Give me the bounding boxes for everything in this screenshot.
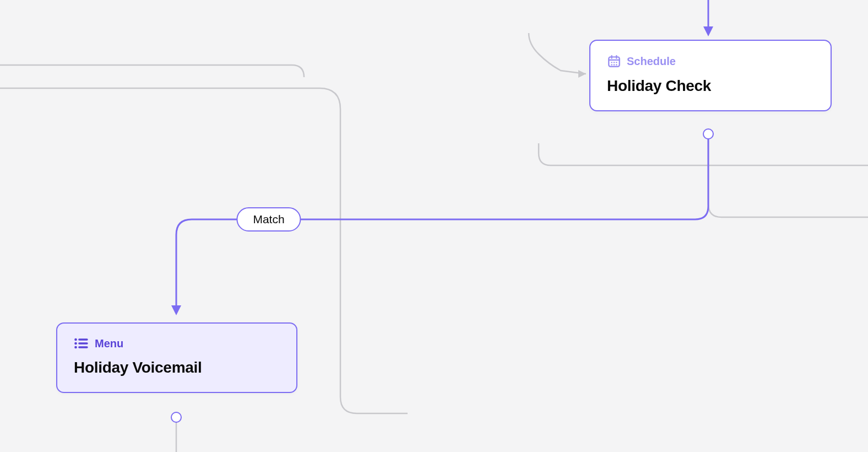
- node-menu-header: Menu: [74, 337, 280, 350]
- svg-point-5: [614, 62, 615, 63]
- arrowhead-gray-into-schedule: [578, 70, 586, 78]
- svg-rect-11: [78, 338, 88, 341]
- menu-list-icon: [74, 337, 89, 350]
- svg-point-7: [611, 64, 612, 65]
- port-menu-out[interactable]: [171, 412, 182, 423]
- svg-point-9: [616, 64, 617, 65]
- node-schedule-title: Holiday Check: [607, 77, 814, 95]
- svg-point-4: [611, 62, 612, 63]
- node-schedule-header: Schedule: [607, 54, 814, 68]
- calendar-icon: [607, 54, 621, 68]
- edge-gray-right-b: [708, 137, 868, 217]
- svg-point-8: [614, 64, 615, 65]
- node-menu-type: Menu: [95, 337, 123, 350]
- svg-point-12: [74, 342, 77, 345]
- node-schedule[interactable]: Schedule Holiday Check: [589, 40, 832, 111]
- edge-label-match[interactable]: Match: [236, 207, 301, 232]
- arrowhead-into-menu: [171, 305, 181, 315]
- edge-gray-right-a: [539, 143, 868, 165]
- svg-point-10: [74, 338, 77, 341]
- port-schedule-out[interactable]: [703, 128, 714, 139]
- node-schedule-type: Schedule: [627, 55, 676, 68]
- svg-point-6: [616, 62, 617, 63]
- node-menu-title: Holiday Voicemail: [74, 359, 280, 376]
- svg-rect-15: [78, 346, 88, 348]
- svg-rect-13: [78, 342, 88, 345]
- node-menu[interactable]: Menu Holiday Voicemail: [56, 322, 297, 393]
- svg-point-14: [74, 346, 77, 349]
- edge-gray-top-a: [0, 65, 304, 77]
- arrowhead-into-schedule: [703, 26, 713, 36]
- edge-gray-into-schedule: [529, 33, 586, 74]
